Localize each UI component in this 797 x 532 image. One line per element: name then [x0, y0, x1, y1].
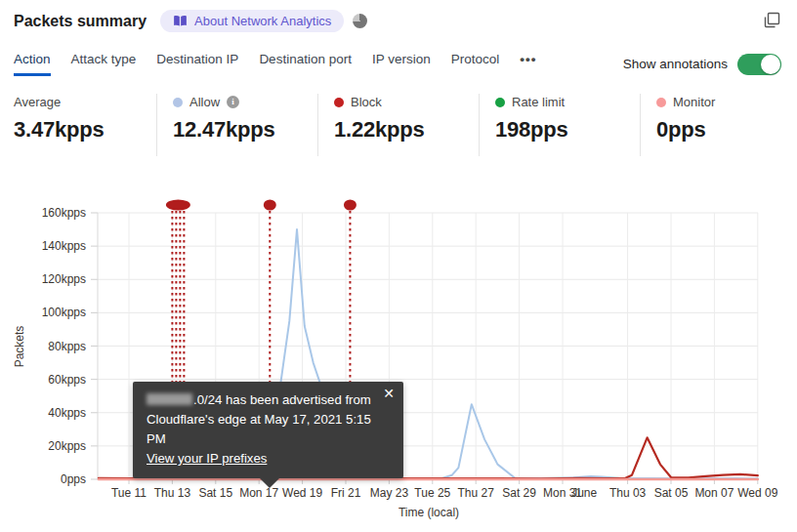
x-tick-label: Thu 13	[154, 486, 191, 500]
y-tick-label: 60kpps	[48, 373, 86, 387]
tooltip-line2: Cloudflare's edge at May 17, 2021 5:15 P…	[147, 410, 390, 449]
x-tick-label: June	[571, 486, 597, 500]
y-tick-label: 40kpps	[48, 406, 86, 420]
annotation-marker[interactable]	[344, 200, 357, 211]
annotation-tooltip: ✕ .0/24 has been advertised from Cloudfl…	[133, 382, 403, 478]
x-tick-label: Mon 07	[694, 486, 734, 500]
y-tick-label: 140kpps	[42, 239, 86, 253]
x-tick-label: Wed 09	[737, 486, 777, 500]
y-axis-title: Packets	[13, 326, 26, 368]
x-axis-title: Time (local)	[398, 506, 459, 519]
x-tick-label: Fri 21	[331, 486, 361, 500]
x-tick-label: May 23	[370, 486, 409, 500]
x-tick-label: Wed 19	[282, 486, 322, 500]
x-tick-label: Tue 25	[414, 486, 450, 500]
y-tick-label: 0pps	[61, 472, 86, 486]
x-tick-label: Sat 05	[654, 486, 689, 500]
x-tick-label: Sat 29	[502, 486, 536, 500]
annotation-marker[interactable]	[264, 200, 276, 211]
x-tick-label: Sat 15	[198, 486, 232, 500]
redacted-ip-prefix	[147, 393, 192, 405]
packets-summary-panel: Packets summary About Network Analytics …	[0, 0, 797, 532]
x-tick-label: Thu 27	[458, 486, 495, 500]
view-ip-prefixes-link[interactable]: View your IP prefixes	[147, 451, 267, 466]
annotation-marker[interactable]	[166, 200, 190, 211]
y-tick-label: 80kpps	[48, 340, 86, 353]
x-tick-label: Thu 03	[609, 486, 647, 500]
y-tick-label: 100kpps	[42, 306, 86, 319]
y-tick-label: 160kpps	[42, 206, 86, 220]
tooltip-line1: .0/24 has been advertised from	[147, 390, 390, 410]
y-tick-label: 120kpps	[42, 272, 86, 286]
x-tick-label: Mon 17	[239, 486, 278, 500]
x-tick-label: Tue 11	[111, 486, 147, 500]
tooltip-close-icon[interactable]: ✕	[383, 386, 395, 401]
y-tick-label: 20kpps	[48, 439, 86, 453]
